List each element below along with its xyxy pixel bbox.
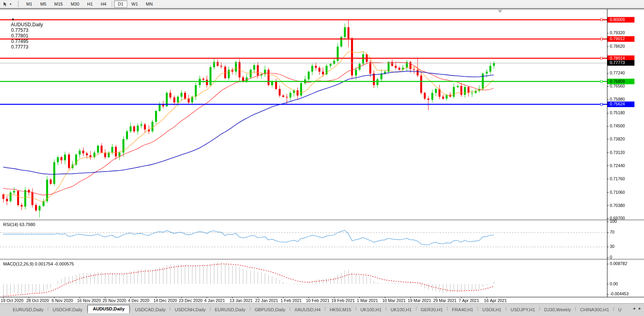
chart-symbol-label: AUDUSD,Daily <box>11 22 43 27</box>
chart-canvas[interactable] <box>0 9 644 304</box>
chart-tabs: EURUSD,Daily|USDCHF,Daily|AUDUSD,Daily|U… <box>0 304 630 313</box>
timeframe-button-W1[interactable]: W1 <box>128 0 142 8</box>
chart-tab-HK50,M15[interactable]: HK50,M15 <box>326 306 355 313</box>
timeframe-button-MN[interactable]: MN <box>142 0 156 8</box>
timeframe-button-M5[interactable]: M5 <box>37 0 50 8</box>
chart-tab-USDCHF,Daily[interactable]: USDCHF,Daily <box>48 306 86 313</box>
timeframe-buttons: M1M5M15M30H1H4D1W1MN <box>22 0 157 8</box>
timeframe-button-M15[interactable]: M15 <box>51 0 66 8</box>
toolbar-grip[interactable] <box>18 1 20 7</box>
timeframe-button-H1[interactable]: H1 <box>83 0 96 8</box>
chart-tab-EURUSD,Daily[interactable]: EURUSD,Daily <box>211 306 249 313</box>
tab-scroll-arrows: ◄ ► <box>630 304 644 313</box>
chart-tab-UK100,H1[interactable]: UK100,H1 <box>386 306 415 313</box>
macd-indicator-label: MACD(12,26,9) 0.001754 -0.000575 <box>3 261 74 266</box>
toolbar-separator <box>112 1 112 7</box>
chart-tab-USDCNH,Daily[interactable]: USDCNH,Daily <box>171 306 209 313</box>
chart-tab-XAUUSD,H4[interactable]: XAUUSD,H4 <box>291 306 325 313</box>
chart-tab-AUDUSD,Daily[interactable]: AUDUSD,Daily <box>87 305 130 313</box>
chart-tab-FRA40,H1[interactable]: FRA40,H1 <box>448 306 477 313</box>
ohlc-close: 0.77773 <box>11 44 28 50</box>
cursor-tool-button[interactable]: ▼ <box>0 0 14 8</box>
chart-tab-USOil,H1[interactable]: USOil,H1 <box>478 306 505 313</box>
timeframe-button-D1[interactable]: D1 <box>114 0 127 8</box>
ohlc-open: 0.77573 <box>11 27 28 33</box>
chart-tab-bar: EURUSD,Daily|USDCHF,Daily|AUDUSD,Daily|U… <box>0 303 644 316</box>
chart-tab-UK100,H1[interactable]: UK100,H1 <box>356 306 385 313</box>
rsi-indicator-label: RSI(14) 63.7980 <box>3 222 35 227</box>
cursor-crosshair-icon <box>3 2 8 7</box>
ohlc-low: 0.77495 <box>11 39 28 44</box>
chart-tab-GBPUSD,Daily[interactable]: GBPUSD,Daily <box>250 306 289 313</box>
tab-scroll-right-icon[interactable]: ► <box>638 306 642 310</box>
caret-down-icon: ▼ <box>9 3 12 6</box>
timeframe-button-H4[interactable]: H4 <box>97 0 110 8</box>
chart-tab-U[interactable]: U <box>614 306 625 313</box>
collapse-triangle-icon: ▼ <box>11 18 15 21</box>
chart-title: ▼ AUDUSD,Daily 0.77573 0.77801 0.77495 0… <box>3 11 44 55</box>
mt4-window: ▼ M1M5M15M30H1H4D1W1MN ▼ AUDUSD,Daily 0.… <box>0 0 644 316</box>
tab-scroll-left-icon[interactable]: ◄ <box>632 306 636 310</box>
chart-tab-USDJPY,H1[interactable]: USDJPY,H1 <box>506 306 539 313</box>
timeframe-button-M30[interactable]: M30 <box>67 0 83 8</box>
chart-tab-CHINA300,H1[interactable]: CHINA300,H1 <box>576 306 613 313</box>
ohlc-high: 0.77801 <box>11 33 28 39</box>
chart-window: ▼ AUDUSD,Daily 0.77573 0.77801 0.77495 0… <box>0 9 644 303</box>
timeframe-button-M1[interactable]: M1 <box>23 0 36 8</box>
chart-tab-GER30,H1[interactable]: GER30,H1 <box>417 306 447 313</box>
timeframe-toolbar: ▼ M1M5M15M30H1H4D1W1MN <box>0 0 644 8</box>
chart-tab-DJ30,Weekly[interactable]: DJ30,Weekly <box>540 306 575 313</box>
chart-tab-USDCAD,Daily[interactable]: USDCAD,Daily <box>131 306 169 313</box>
chart-tab-EURUSD,Daily[interactable]: EURUSD,Daily <box>9 306 47 313</box>
